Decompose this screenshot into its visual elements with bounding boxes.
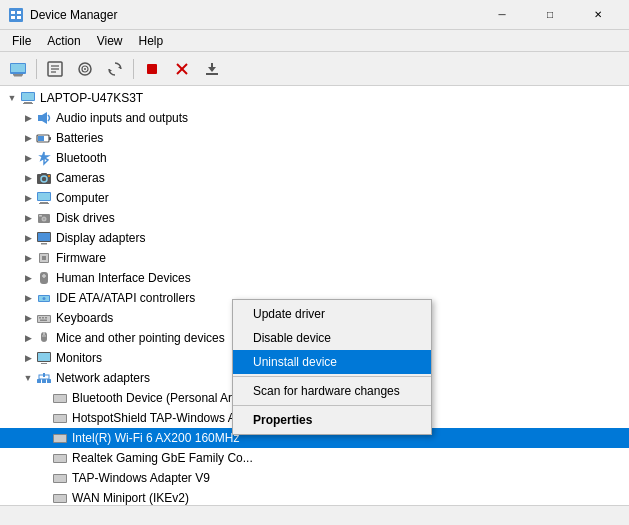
expand-mice-icon: ▶ [20, 330, 36, 346]
svg-rect-45 [39, 215, 42, 217]
svg-rect-74 [43, 373, 45, 377]
svg-rect-51 [42, 256, 46, 260]
svg-rect-3 [11, 16, 15, 19]
context-menu-separator-2 [233, 405, 431, 406]
firmware-label: Firmware [56, 251, 106, 265]
ide-icon [36, 290, 52, 306]
network-icon [36, 370, 52, 386]
main-content[interactable]: ▼ LAPTOP-U47KS3T ▶ Audio [0, 86, 629, 505]
svg-rect-18 [147, 64, 157, 74]
monitors-label: Monitors [56, 351, 102, 365]
context-menu-update-driver[interactable]: Update driver [233, 302, 431, 326]
tree-item-firmware[interactable]: ▶ Firmware [0, 248, 629, 268]
keyboards-label: Keyboards [56, 311, 113, 325]
tree-item-tap[interactable]: TAP-Windows Adapter V9 [0, 468, 629, 488]
wifi-label: Intel(R) Wi-Fi 6 AX200 160MHz [72, 431, 239, 445]
batteries-label: Batteries [56, 131, 103, 145]
context-menu-scan-hardware[interactable]: Scan for hardware changes [233, 379, 431, 403]
expand-computer-icon: ▶ [20, 190, 36, 206]
expand-tap-icon [36, 470, 52, 486]
tree-item-hid[interactable]: ▶ Human Interface Devices [0, 268, 629, 288]
context-menu: Update driver Disable device Uninstall d… [232, 299, 432, 435]
context-menu-disable-device[interactable]: Disable device [233, 326, 431, 350]
cameras-label: Cameras [56, 171, 105, 185]
maximize-button[interactable]: □ [527, 0, 573, 30]
svg-rect-85 [54, 455, 66, 462]
toolbar-btn-stop[interactable] [138, 55, 166, 83]
menu-file[interactable]: File [4, 30, 39, 52]
menu-help[interactable]: Help [131, 30, 172, 52]
netdevice-wan-ikev2-icon [52, 490, 68, 505]
tree-item-cameras[interactable]: ▶ Cameras [0, 168, 629, 188]
svg-rect-68 [38, 353, 50, 361]
context-menu-separator [233, 376, 431, 377]
tree-view: ▼ LAPTOP-U47KS3T ▶ Audio [0, 86, 629, 505]
mouse-icon [36, 330, 52, 346]
context-menu-uninstall-device[interactable]: Uninstall device [233, 350, 431, 374]
svg-rect-59 [38, 316, 50, 322]
tree-item-disk[interactable]: ▶ Disk drives [0, 208, 629, 228]
bluetooth-label: Bluetooth [56, 151, 107, 165]
minimize-button[interactable]: ─ [479, 0, 525, 30]
tree-item-display[interactable]: ▶ Display adapters [0, 228, 629, 248]
toolbar-btn-back[interactable] [4, 55, 32, 83]
close-button[interactable]: ✕ [575, 0, 621, 30]
svg-rect-36 [41, 173, 47, 175]
netdevice-wifi-icon [52, 430, 68, 446]
context-menu-properties[interactable]: Properties [233, 408, 431, 432]
expand-cameras-icon: ▶ [20, 170, 36, 186]
svg-rect-60 [39, 317, 41, 319]
toolbar-btn-refresh[interactable] [101, 55, 129, 83]
svg-rect-89 [54, 495, 66, 502]
netdevice-realtek-icon [52, 450, 68, 466]
tree-root[interactable]: ▼ LAPTOP-U47KS3T [0, 88, 629, 108]
svg-point-57 [43, 297, 46, 300]
expand-wan-ikev2-icon [36, 490, 52, 505]
netdevice-hotspot-icon [52, 410, 68, 426]
toolbar [0, 52, 629, 86]
svg-marker-16 [118, 66, 121, 69]
expand-firmware-icon: ▶ [20, 250, 36, 266]
title-bar-icon [8, 7, 24, 23]
tap-label: TAP-Windows Adapter V9 [72, 471, 210, 485]
toolbar-btn-download[interactable] [198, 55, 226, 83]
netdevice-bt-pan-icon [52, 390, 68, 406]
expand-batteries-icon: ▶ [20, 130, 36, 146]
tree-item-realtek[interactable]: Realtek Gaming GbE Family Co... [0, 448, 629, 468]
expand-wifi-icon [36, 430, 52, 446]
computer-label: Computer [56, 191, 109, 205]
expand-hotspot-icon [36, 410, 52, 426]
svg-rect-83 [54, 435, 66, 442]
menu-action[interactable]: Action [39, 30, 88, 52]
keyboard-icon [36, 310, 52, 326]
svg-rect-48 [41, 243, 47, 245]
toolbar-btn-remove[interactable] [168, 55, 196, 83]
toolbar-btn-properties[interactable] [41, 55, 69, 83]
tree-item-wan-ikev2[interactable]: WAN Miniport (IKEv2) [0, 488, 629, 505]
tree-item-bluetooth[interactable]: ▶ Bluetooth [0, 148, 629, 168]
expand-realtek-icon [36, 450, 52, 466]
menu-view[interactable]: View [89, 30, 131, 52]
svg-rect-25 [22, 93, 34, 100]
tree-item-computer[interactable]: ▶ Computer [0, 188, 629, 208]
disk-icon [36, 210, 52, 226]
svg-rect-8 [13, 74, 23, 76]
computer-icon [20, 90, 36, 106]
toolbar-sep-2 [133, 59, 134, 79]
svg-rect-87 [54, 475, 66, 482]
toolbar-sep-1 [36, 59, 37, 79]
expand-ide-icon: ▶ [20, 290, 36, 306]
title-bar-controls: ─ □ ✕ [479, 0, 621, 30]
title-bar-title: Device Manager [30, 8, 117, 22]
toolbar-btn-scan[interactable] [71, 55, 99, 83]
menu-bar: File Action View Help [0, 30, 629, 52]
svg-rect-39 [38, 193, 50, 200]
tree-item-batteries[interactable]: ▶ Batteries [0, 128, 629, 148]
tree-item-audio[interactable]: ▶ Audio inputs and outputs [0, 108, 629, 128]
title-bar: Device Manager ─ □ ✕ [0, 0, 629, 30]
svg-rect-61 [42, 317, 44, 319]
hid-icon [36, 270, 52, 286]
camera-icon [36, 170, 52, 186]
display-label: Display adapters [56, 231, 145, 245]
svg-rect-0 [9, 8, 23, 22]
